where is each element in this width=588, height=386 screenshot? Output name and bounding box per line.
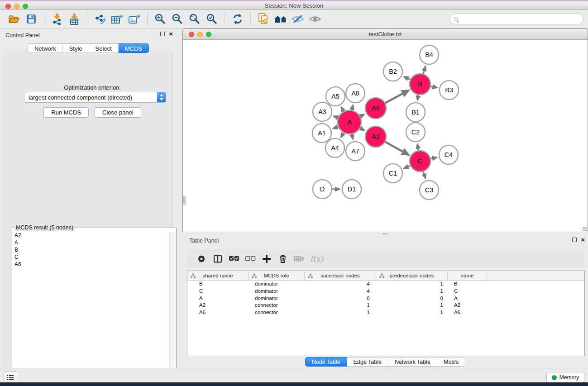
export-image-button[interactable] — [127, 12, 142, 26]
network-node-B[interactable]: B — [410, 74, 430, 95]
search-input[interactable] — [460, 16, 583, 22]
network-node-C[interactable]: C — [410, 151, 430, 172]
mcds-result-item[interactable]: A2 — [13, 232, 169, 239]
table-row[interactable]: A2connector11A2 — [187, 302, 584, 309]
close-table-panel-icon[interactable]: × — [581, 238, 585, 242]
table-cell[interactable]: 4 — [305, 281, 376, 288]
network-node-B1[interactable]: B1 — [406, 103, 425, 122]
network-scroll-nub[interactable] — [183, 196, 186, 205]
table-cell[interactable]: C — [448, 288, 487, 295]
hide-eye-button[interactable] — [290, 12, 306, 26]
network-node-A8[interactable]: A8 — [346, 84, 365, 103]
mcds-result-item[interactable]: B — [13, 246, 169, 253]
tab-select[interactable]: Select — [89, 43, 119, 53]
delete-column-button[interactable] — [275, 253, 291, 265]
tab-network[interactable]: Network — [28, 43, 63, 53]
close-panel-button[interactable]: Close panel — [95, 107, 141, 118]
column-header-shared-name[interactable]: shared name — [187, 271, 249, 280]
column-header-successor-nodes[interactable]: successor nodes — [305, 271, 376, 280]
network-node-A5[interactable]: A5 — [326, 87, 345, 106]
zoom-out-button[interactable] — [170, 12, 185, 26]
table-row[interactable]: A6connector11A6 — [187, 309, 584, 316]
network-node-D[interactable]: D — [313, 180, 332, 199]
network-node-B3[interactable]: B3 — [440, 81, 459, 100]
column-header-mcds-role[interactable]: MCDS role — [249, 271, 305, 280]
network-node-B2[interactable]: B2 — [383, 62, 402, 81]
zoom-fit-button[interactable] — [187, 12, 202, 26]
tab-style[interactable]: Style — [63, 43, 89, 53]
network-node-A3[interactable]: A3 — [313, 102, 332, 121]
show-eye-button[interactable] — [307, 12, 323, 26]
network-node-C4[interactable]: C4 — [439, 145, 458, 164]
table-cell[interactable]: A6 — [448, 309, 487, 316]
optimization-dropdown[interactable]: largest connected component (directed) — [24, 92, 166, 103]
table-cell[interactable]: A2 — [448, 302, 487, 309]
network-window-titlebar[interactable]: testGlobe.txt — [183, 29, 588, 40]
table-cell[interactable]: B — [448, 281, 487, 288]
table-cell[interactable]: 1 — [376, 281, 448, 288]
table-cell[interactable]: 8 — [305, 295, 376, 302]
network-resize-grip[interactable] — [583, 227, 587, 231]
column-header-name[interactable]: name — [448, 271, 487, 280]
network-node-A2[interactable]: A2 — [365, 126, 386, 147]
network-node-D1[interactable]: D1 — [342, 180, 361, 199]
close-panel-icon[interactable]: × — [169, 32, 173, 36]
table-cell[interactable]: A — [187, 295, 249, 302]
table-cell[interactable]: 1 — [305, 302, 376, 309]
table-cell[interactable]: 1 — [376, 309, 448, 316]
export-table-button[interactable] — [110, 12, 125, 26]
network-node-A7[interactable]: A7 — [346, 142, 365, 161]
add-column-button[interactable] — [258, 253, 275, 265]
float-panel-icon[interactable] — [160, 32, 165, 36]
table-cell[interactable]: connector — [249, 302, 305, 309]
table-row[interactable]: Adominator80A — [187, 295, 584, 302]
network-edge-A2-C[interactable] — [384, 141, 408, 155]
network-node-A6[interactable]: A6 — [365, 98, 386, 119]
float-table-panel-icon[interactable] — [572, 238, 577, 242]
table-cell[interactable]: 1 — [305, 309, 376, 316]
table-row[interactable]: Cdominator41C — [187, 288, 584, 295]
home-button[interactable] — [273, 12, 288, 26]
result-scrollbar[interactable] — [169, 232, 176, 380]
task-history-button[interactable] — [4, 372, 17, 383]
network-edge-A6-B[interactable] — [384, 91, 408, 104]
export-network-button[interactable] — [92, 12, 108, 26]
import-table-button[interactable] — [67, 12, 82, 26]
table-cell[interactable]: 4 — [305, 288, 376, 295]
duplicate-network-button[interactable] — [256, 12, 271, 26]
memory-button[interactable]: Memory — [546, 372, 584, 383]
refresh-button[interactable] — [230, 12, 245, 26]
table-row[interactable]: Bdominator41B — [187, 281, 584, 288]
network-node-A4[interactable]: A4 — [325, 138, 344, 157]
tab-edge-table[interactable]: Edge Table — [347, 357, 388, 367]
zoom-selected-button[interactable] — [204, 12, 220, 26]
table-cell[interactable]: A6 — [187, 309, 249, 316]
zoom-in-button[interactable] — [153, 12, 168, 26]
splitter-handle[interactable] — [382, 233, 388, 234]
mcds-result-item[interactable]: C — [13, 253, 169, 261]
select-all-button[interactable] — [226, 253, 242, 265]
split-columns-button[interactable] — [210, 253, 226, 265]
network-node-C1[interactable]: C1 — [383, 164, 402, 183]
table-cell[interactable]: A2 — [187, 302, 249, 309]
table-cell[interactable]: 1 — [376, 302, 448, 309]
table-cell[interactable]: dominator — [249, 281, 305, 288]
tab-motifs[interactable]: Motifs — [437, 357, 465, 367]
table-cell[interactable]: 0 — [376, 295, 448, 302]
network-canvas[interactable]: B4B2BB3A5A8A6B1A3AC2A1A2A4A7C4CC1C3DD1 — [183, 40, 588, 232]
open-file-button[interactable] — [6, 12, 22, 26]
table-cell[interactable]: C — [187, 288, 249, 295]
unselect-all-button[interactable] — [242, 253, 258, 265]
mcds-result-item[interactable]: A — [13, 239, 169, 246]
table-cell[interactable]: B — [187, 281, 249, 288]
tab-network-table[interactable]: Network Table — [388, 357, 437, 367]
search-field[interactable] — [449, 14, 583, 24]
network-node-A1[interactable]: A1 — [312, 124, 331, 143]
table-cell[interactable]: 1 — [376, 288, 448, 295]
run-mcds-button[interactable]: Run MCDS — [43, 107, 89, 118]
mcds-result-item[interactable]: A6 — [13, 261, 169, 268]
table-cell[interactable]: dominator — [249, 288, 305, 295]
table-cell[interactable]: dominator — [249, 295, 305, 302]
network-node-C2[interactable]: C2 — [406, 123, 425, 142]
import-network-button[interactable] — [49, 12, 65, 26]
